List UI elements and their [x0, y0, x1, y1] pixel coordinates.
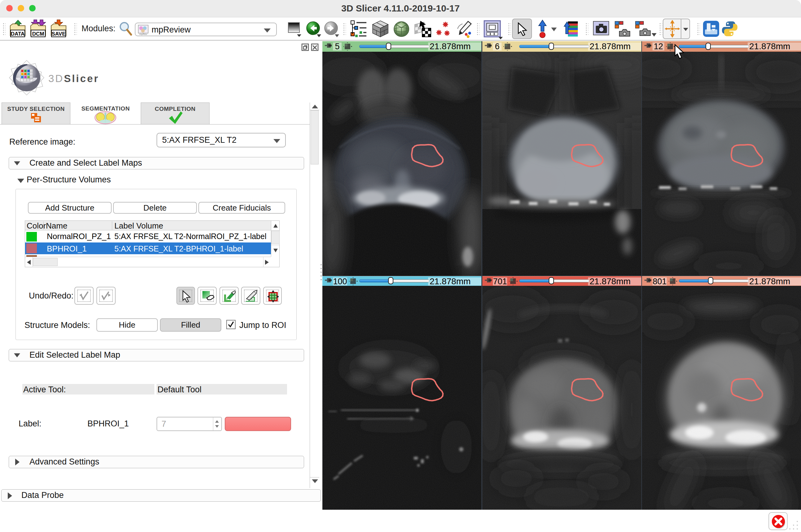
svg-text:mpRev: mpRev	[139, 33, 147, 35]
svg-text:SAVE: SAVE	[52, 31, 66, 37]
svg-text:DATA: DATA	[11, 31, 25, 37]
svg-text:DCM: DCM	[32, 31, 44, 37]
svg-text:3DSlicer: 3DSlicer	[48, 73, 99, 84]
